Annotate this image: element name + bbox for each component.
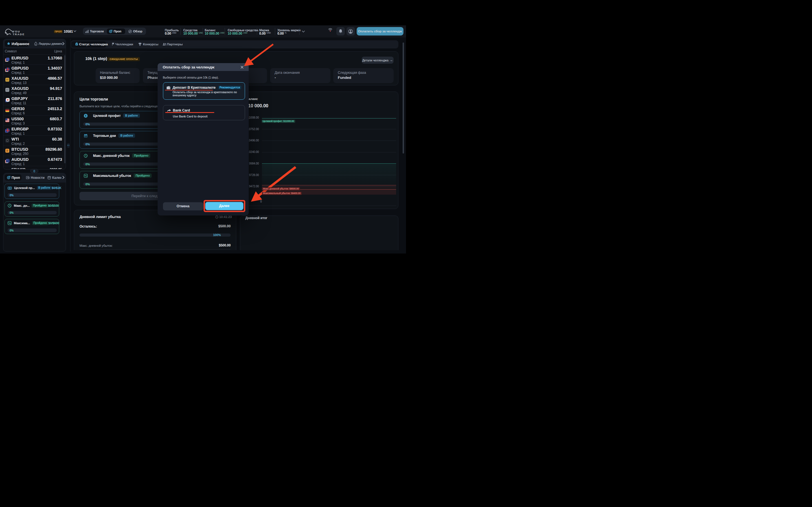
svg-text:$: $	[85, 114, 87, 117]
svg-text:TRADE: TRADE	[13, 33, 25, 36]
